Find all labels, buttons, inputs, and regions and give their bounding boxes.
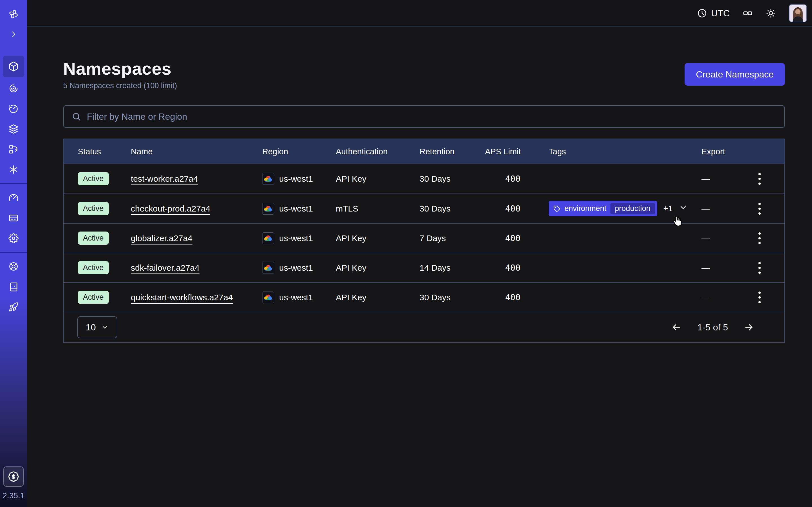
retention-cell: 30 Days: [419, 293, 485, 302]
filter-container: [63, 105, 785, 128]
tag-icon: [553, 205, 560, 212]
row-actions-menu-button[interactable]: [752, 230, 767, 247]
aps-limit-cell: 400: [485, 233, 549, 243]
namespace-link[interactable]: quickstart-workflows.a27a4: [131, 293, 233, 302]
sidebar-item-workflows[interactable]: [0, 78, 27, 99]
tags-cell: environment production +1: [549, 201, 702, 216]
column-header-aps-limit: APS Limit: [485, 147, 549, 156]
sun-icon: [766, 8, 776, 18]
sidebar-item-namespaces[interactable]: [3, 56, 24, 77]
row-actions-menu-button[interactable]: [752, 200, 767, 217]
tag-pill[interactable]: environment production: [549, 201, 657, 216]
column-header-name: Name: [131, 147, 262, 156]
auth-cell: API Key: [336, 233, 419, 243]
lifebuoy-icon: [8, 262, 18, 272]
timezone-button[interactable]: UTC: [697, 8, 730, 18]
workflow-graph-icon: [8, 144, 18, 154]
rocket-icon: [8, 302, 18, 312]
spiral-icon: [8, 83, 18, 94]
theme-toggle-button[interactable]: [766, 8, 776, 18]
column-header-export: Export: [702, 147, 751, 156]
avatar[interactable]: [789, 4, 807, 22]
auth-cell: mTLS: [336, 204, 419, 214]
previous-page-button[interactable]: [670, 321, 682, 334]
sidebar-item-stack[interactable]: [0, 119, 27, 139]
content: Namespaces 5 Namespaces created (100 lim…: [27, 27, 812, 343]
namespace-link[interactable]: globalizer.a27a4: [131, 233, 193, 243]
sidebar: 2.35.1: [0, 0, 27, 507]
gcp-cloud-icon: [262, 262, 274, 274]
sidebar-item-nexus[interactable]: [0, 159, 27, 180]
book-sparkles-icon: [8, 282, 18, 292]
region-label: us-west1: [279, 263, 313, 273]
table-pagination: 10 1-5 of 5: [64, 312, 784, 342]
sidebar-divider: [0, 183, 27, 184]
sidebar-item-support[interactable]: [0, 256, 27, 277]
auth-cell: API Key: [336, 263, 419, 273]
gcp-cloud-icon: [262, 291, 274, 303]
table-body: Active test-worker.a27a4 us-west1 API Ke…: [64, 164, 784, 312]
sidebar-item-deployments[interactable]: [0, 139, 27, 159]
sidebar-item-schedules[interactable]: [0, 99, 27, 119]
aps-limit-cell: 400: [485, 204, 549, 214]
auth-cell: API Key: [336, 174, 419, 184]
page-title: Namespaces: [63, 59, 177, 78]
aps-limit-cell: 400: [485, 263, 549, 273]
namespace-link[interactable]: test-worker.a27a4: [131, 174, 198, 183]
tag-key: environment: [564, 204, 606, 213]
sidebar-expand-button[interactable]: [0, 24, 27, 45]
arrow-left-icon: [671, 322, 682, 333]
create-namespace-button[interactable]: Create Namespace: [684, 63, 785, 86]
filter-input[interactable]: [87, 112, 776, 122]
app-root: 2.35.1 UTC: [0, 0, 812, 507]
labs-button[interactable]: [743, 8, 753, 18]
arrow-right-icon: [744, 322, 754, 333]
sidebar-item-docs[interactable]: [0, 277, 27, 297]
namespace-link[interactable]: checkout-prod.a27a4: [131, 204, 210, 213]
gcp-cloud-icon: [262, 203, 274, 215]
retention-cell: 30 Days: [419, 204, 485, 214]
status-badge: Active: [78, 231, 109, 245]
next-page-button[interactable]: [743, 321, 755, 334]
temporal-logo-icon[interactable]: [0, 4, 27, 24]
column-header-retention: Retention: [419, 147, 485, 156]
status-badge: Active: [78, 261, 109, 274]
column-header-status: Status: [78, 147, 131, 156]
page-size-select[interactable]: 10: [77, 316, 117, 338]
export-cell: —: [702, 204, 751, 214]
column-header-auth: Authentication: [336, 147, 419, 156]
column-header-region: Region: [262, 147, 336, 156]
chevron-down-icon: [101, 323, 109, 331]
region-label: us-west1: [279, 293, 313, 302]
chevron-down-icon: [679, 203, 688, 212]
asterisk-icon: [8, 165, 18, 175]
namespace-link[interactable]: sdk-failover.a27a4: [131, 263, 200, 272]
cube-icon: [8, 61, 19, 72]
pricing-button[interactable]: [3, 466, 24, 487]
aps-limit-cell: 400: [485, 292, 549, 302]
tags-more-count: +1: [663, 204, 673, 213]
sidebar-item-usage[interactable]: [0, 187, 27, 208]
sidebar-item-getting-started[interactable]: [0, 297, 27, 317]
table-header: Status Name Region Authentication Retent…: [64, 139, 784, 164]
topbar: UTC: [27, 0, 812, 27]
region-label: us-west1: [279, 174, 313, 184]
tags-expand-chevron[interactable]: [679, 203, 688, 214]
layers-icon: [8, 124, 18, 134]
dollar-badge-icon: [8, 471, 19, 482]
sidebar-item-settings[interactable]: [0, 228, 27, 248]
row-actions-menu-button[interactable]: [752, 260, 767, 276]
retention-cell: 30 Days: [419, 174, 485, 184]
row-actions-menu-button[interactable]: [752, 289, 767, 306]
table-row: Active test-worker.a27a4 us-west1 API Ke…: [64, 164, 784, 193]
glasses-icon: [743, 8, 753, 18]
clock-icon: [697, 8, 707, 18]
export-cell: —: [702, 293, 751, 302]
app-version: 2.35.1: [3, 491, 24, 500]
retention-cell: 7 Days: [419, 233, 485, 243]
page-subtitle: 5 Namespaces created (100 limit): [63, 81, 177, 90]
export-cell: —: [702, 174, 751, 184]
sidebar-item-billing[interactable]: [0, 208, 27, 228]
row-actions-menu-button[interactable]: [752, 170, 767, 187]
gcp-cloud-icon: [262, 173, 274, 185]
